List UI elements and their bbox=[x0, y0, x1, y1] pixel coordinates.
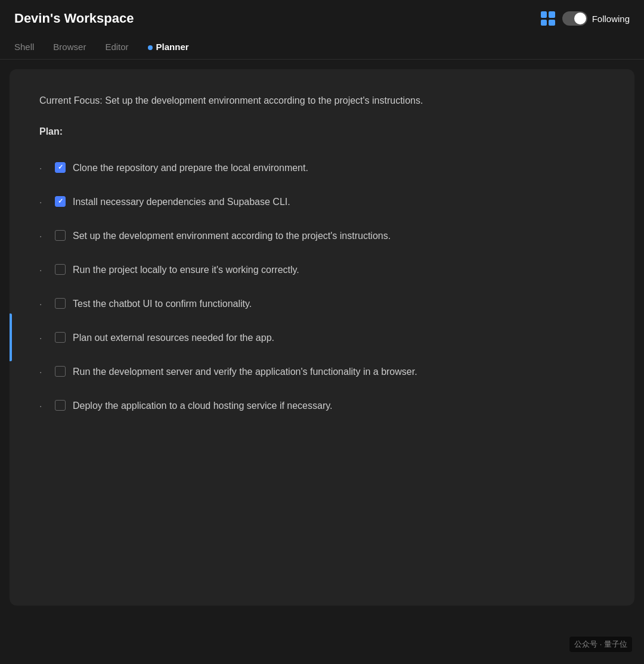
plan-item-text: Test the chatbot UI to confirm functiona… bbox=[73, 297, 605, 311]
tab-browser[interactable]: Browser bbox=[53, 35, 86, 59]
plan-item: · Deploy the application to a cloud host… bbox=[39, 389, 605, 423]
checkbox-5[interactable] bbox=[55, 298, 66, 309]
checkbox-2[interactable] bbox=[55, 196, 66, 207]
header-right: Following bbox=[541, 11, 630, 26]
plan-item: · Run the development server and verify … bbox=[39, 355, 605, 389]
following-toggle-container: Following bbox=[562, 11, 630, 26]
plan-item: · Set up the development environment acc… bbox=[39, 219, 605, 253]
plan-item-text: Install necessary dependencies and Supab… bbox=[73, 195, 605, 209]
bullet-icon: · bbox=[39, 263, 48, 278]
workspace-title: Devin's Workspace bbox=[14, 11, 134, 26]
plan-item-text: Plan out external resources needed for t… bbox=[73, 331, 605, 345]
plan-item: · Install necessary dependencies and Sup… bbox=[39, 185, 605, 219]
tab-planner[interactable]: Planner bbox=[148, 35, 189, 59]
plan-item: · Clone the repository and prepare the l… bbox=[39, 151, 605, 185]
bullet-icon: · bbox=[39, 196, 48, 210]
bullet-icon: · bbox=[39, 162, 48, 176]
tab-editor[interactable]: Editor bbox=[105, 35, 128, 59]
plan-item: · Test the chatbot UI to confirm functio… bbox=[39, 287, 605, 321]
plan-item-text: Run the project locally to ensure it's w… bbox=[73, 263, 605, 277]
checkbox-7[interactable] bbox=[55, 366, 66, 377]
following-label: Following bbox=[592, 14, 630, 24]
tab-shell[interactable]: Shell bbox=[14, 35, 34, 59]
plan-item-text: Deploy the application to a cloud hostin… bbox=[73, 399, 605, 413]
plan-item: · Plan out external resources needed for… bbox=[39, 321, 605, 355]
bullet-icon: · bbox=[39, 399, 48, 414]
bullet-icon: · bbox=[39, 331, 48, 346]
plan-item-text: Run the development server and verify th… bbox=[73, 365, 605, 379]
checkbox-6[interactable] bbox=[55, 332, 66, 343]
bullet-icon: · bbox=[39, 229, 48, 244]
checkbox-3[interactable] bbox=[55, 230, 66, 241]
plan-item-text: Set up the development environment accor… bbox=[73, 229, 605, 243]
plan-item-text: Clone the repository and prepare the loc… bbox=[73, 161, 605, 175]
grid-icon[interactable] bbox=[541, 11, 555, 26]
checkbox-4[interactable] bbox=[55, 264, 66, 275]
plan-items-list: · Clone the repository and prepare the l… bbox=[39, 151, 605, 423]
plan-label: Plan: bbox=[39, 126, 605, 137]
bullet-icon: · bbox=[39, 297, 48, 312]
checkbox-1[interactable] bbox=[55, 162, 66, 173]
plan-item: · Run the project locally to ensure it's… bbox=[39, 253, 605, 287]
checkbox-8[interactable] bbox=[55, 400, 66, 411]
main-content: Current Focus: Set up the development en… bbox=[10, 69, 634, 606]
side-indicator bbox=[10, 314, 12, 361]
tabs-bar: Shell Browser Editor Planner bbox=[0, 35, 644, 60]
watermark: 公众号 · 量子位 bbox=[569, 637, 632, 652]
following-toggle[interactable] bbox=[562, 11, 587, 26]
toggle-knob bbox=[574, 13, 586, 24]
header: Devin's Workspace Following bbox=[0, 0, 644, 35]
bullet-icon: · bbox=[39, 365, 48, 380]
focus-text: Current Focus: Set up the development en… bbox=[39, 93, 605, 108]
